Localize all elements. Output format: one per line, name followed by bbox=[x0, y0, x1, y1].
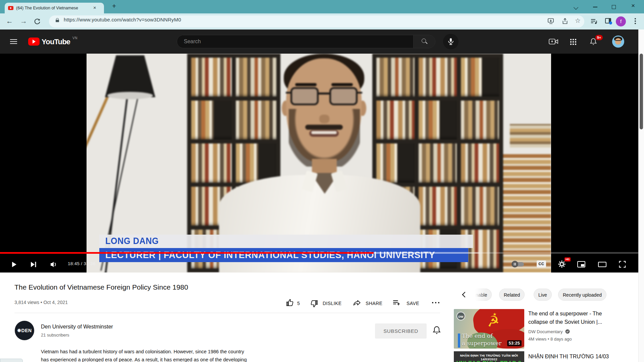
description-line2: has experienced a prolonged era of peace… bbox=[41, 357, 247, 362]
video-stats: 3,814 views • Oct 4, 2021 bbox=[14, 300, 68, 305]
lock-icon bbox=[56, 20, 59, 22]
lamp-shade bbox=[105, 55, 155, 97]
reload-button[interactable] bbox=[34, 18, 41, 25]
divider bbox=[14, 313, 440, 313]
avatar-glasses bbox=[615, 40, 621, 42]
chip-related[interactable]: Related bbox=[499, 289, 525, 301]
video-title: The Evolution of Vietnamese Foreign Poli… bbox=[14, 283, 188, 291]
share-button[interactable]: SHARE bbox=[366, 301, 382, 306]
book-stack-upper bbox=[510, 124, 551, 147]
dw-logo: DW bbox=[457, 312, 465, 320]
save-button[interactable]: SAVE bbox=[407, 301, 419, 306]
browser-toolbar: ← → https://www.youtube.com/watch?v=sow3… bbox=[0, 13, 644, 29]
video-player[interactable]: LONG DANG LECTURER | FACULTY OF INTERNAT… bbox=[0, 54, 639, 273]
forward-button[interactable]: → bbox=[20, 17, 27, 25]
profile-avatar[interactable]: f bbox=[616, 16, 626, 26]
miniplayer-button[interactable] bbox=[577, 260, 586, 268]
scrollbar-thumb[interactable] bbox=[640, 54, 643, 129]
tab-close-icon[interactable]: × bbox=[93, 5, 96, 10]
browser-titlebar: (64) The Evolution of Vietnamese × + × bbox=[0, 0, 644, 13]
speaker-glasses bbox=[290, 87, 358, 107]
theater-mode-button[interactable] bbox=[598, 261, 607, 268]
search-button[interactable] bbox=[413, 35, 435, 48]
progress-buffered bbox=[374, 252, 480, 254]
channel-subscribers: 21 subscribers bbox=[41, 333, 69, 338]
install-icon[interactable] bbox=[547, 18, 554, 25]
suggested-video2-thumbnail[interactable]: NHẬN ĐỊNH THỊ TRƯỜNG TUẦN MỚI 14/03/2022… bbox=[454, 351, 524, 362]
fullscreen-button[interactable] bbox=[618, 260, 627, 268]
lamp-shade-glow bbox=[107, 92, 153, 99]
chip-live[interactable]: Live bbox=[534, 289, 552, 301]
guide-hamburger-icon[interactable] bbox=[10, 41, 17, 42]
video-frame: LONG DANG LECTURER | FACULTY OF INTERNAT… bbox=[87, 54, 551, 273]
speaker-beard bbox=[289, 109, 360, 167]
subscribed-button[interactable]: SUBSCRIBED bbox=[375, 323, 427, 339]
tab-title: (64) The Evolution of Vietnamese bbox=[16, 5, 90, 11]
hd-quality-badge: HD bbox=[565, 257, 571, 261]
suggested-video-thumbnail[interactable]: ★ ☭ DW The end of a superpower 53:25 bbox=[454, 309, 524, 349]
share-arrow-icon[interactable] bbox=[353, 298, 362, 307]
thumbnail-blue-bar bbox=[458, 334, 460, 348]
next-button[interactable] bbox=[30, 260, 38, 268]
browser-menu-kebab-icon[interactable] bbox=[635, 18, 636, 19]
like-count[interactable]: 5 bbox=[297, 301, 300, 306]
youtube-logo-icon[interactable] bbox=[28, 38, 40, 46]
youtube-masthead: YouTube VN 9+ bbox=[0, 29, 639, 54]
search-icon bbox=[422, 39, 426, 43]
speaker-eyebrow bbox=[295, 83, 317, 86]
url-text[interactable]: https://www.youtube.com/watch?v=sow3DNNR… bbox=[64, 17, 181, 22]
new-tab-button[interactable]: + bbox=[112, 2, 116, 10]
dislike-button[interactable]: DISLIKE bbox=[323, 301, 342, 306]
play-button[interactable] bbox=[10, 260, 18, 268]
captions-button[interactable]: CC bbox=[537, 260, 546, 267]
lower-third-role: LECTURER | FACULTY OF INTERNATIONAL STUD… bbox=[105, 250, 435, 260]
save-playlist-icon[interactable] bbox=[392, 299, 400, 307]
share-icon[interactable] bbox=[561, 18, 569, 25]
thumbnail-caption-line2: a superpower bbox=[462, 340, 501, 347]
side-panel-extension-icon[interactable] bbox=[605, 18, 611, 23]
suggested-video-channel[interactable]: DW Documentary bbox=[528, 329, 570, 334]
playlist-extension-icon[interactable] bbox=[590, 18, 598, 25]
suggested-video-title[interactable]: The end of a superpower - The collapse o… bbox=[528, 309, 629, 326]
channel-avatar[interactable]: ❋DEN bbox=[15, 321, 34, 340]
progress-bar[interactable] bbox=[0, 252, 639, 254]
duration-badge: 53:25 bbox=[507, 340, 522, 346]
speaker-mouth bbox=[309, 130, 339, 137]
account-avatar[interactable] bbox=[612, 36, 624, 48]
chip-recently-uploaded[interactable]: Recently uploaded bbox=[558, 289, 606, 301]
bookmark-star-icon[interactable]: ☆ bbox=[575, 17, 581, 24]
create-video-icon[interactable] bbox=[549, 38, 558, 45]
like-icon[interactable] bbox=[285, 298, 294, 307]
back-button[interactable]: ← bbox=[6, 17, 13, 25]
window-close-button[interactable]: × bbox=[631, 3, 635, 8]
search-box bbox=[177, 35, 435, 48]
browser-tab[interactable]: (64) The Evolution of Vietnamese × bbox=[5, 3, 104, 13]
window-restore-button[interactable] bbox=[612, 4, 616, 9]
lamp-wood-leg bbox=[87, 97, 109, 251]
suggested-video2-title[interactable]: NHẬN ĐỊNH THỊ TRƯỜNG 14/03 bbox=[528, 352, 629, 361]
autoplay-toggle[interactable] bbox=[513, 262, 524, 266]
search-input[interactable] bbox=[177, 35, 413, 48]
lower-third-role-banner: LECTURER | FACULTY OF INTERNATIONAL STUD… bbox=[99, 248, 468, 262]
dislike-icon[interactable] bbox=[310, 299, 319, 308]
speaker-eyebrow bbox=[331, 83, 353, 86]
volume-icon[interactable] bbox=[50, 260, 58, 268]
youtube-logo-text[interactable]: YouTube bbox=[42, 38, 70, 46]
channel-name[interactable]: Den University of Westminster bbox=[41, 324, 113, 330]
hammer-sickle-icon: ☭ bbox=[486, 314, 500, 329]
progress-remaining bbox=[480, 252, 639, 254]
lower-third-name: LONG DANG bbox=[105, 236, 159, 246]
window-minimize-button[interactable] bbox=[593, 4, 597, 7]
apps-grid-icon[interactable] bbox=[570, 39, 572, 40]
thumbnail-caption-line1: The end of bbox=[462, 333, 493, 339]
voice-search-button[interactable] bbox=[443, 34, 459, 49]
thumbnail2-caption-line2: VNI TẠO BULL TRAP ? bbox=[454, 360, 524, 362]
channel-bell-icon[interactable] bbox=[432, 325, 441, 336]
suggested-video-meta: 4M views • 8 days ago bbox=[528, 337, 572, 342]
region-code: VN bbox=[72, 36, 77, 40]
window-menu-chevron-icon[interactable] bbox=[574, 6, 578, 9]
more-actions-icon[interactable] bbox=[432, 302, 433, 303]
chip-fade-overlay bbox=[469, 288, 486, 302]
description-line1: Vietnam has had a turbulent history of w… bbox=[41, 349, 244, 354]
video-description: Vietnam has had a turbulent history of w… bbox=[41, 348, 343, 362]
